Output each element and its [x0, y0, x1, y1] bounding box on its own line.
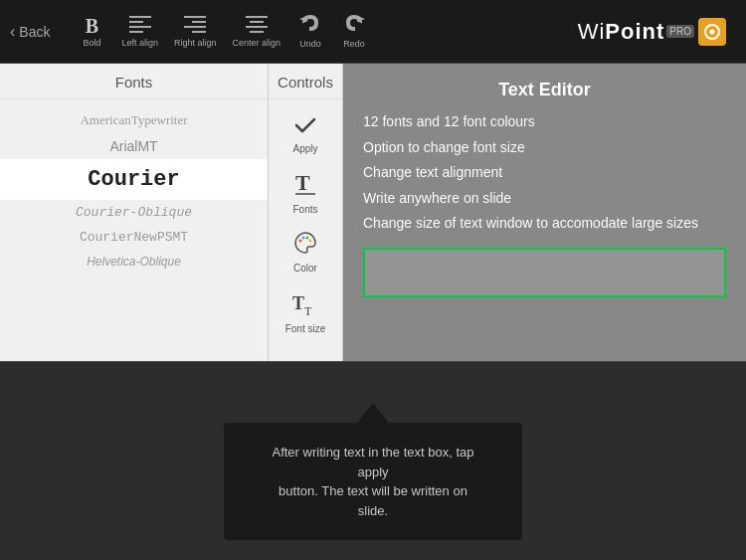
svg-rect-2: [129, 26, 151, 28]
undo-icon: [299, 14, 321, 37]
svg-text:T: T: [292, 293, 304, 313]
tooltip-arrow: [357, 403, 389, 423]
right-align-button[interactable]: Right align: [166, 11, 225, 52]
editor-feature-3: Change text alignment: [363, 163, 726, 183]
bold-button[interactable]: B Bold: [70, 12, 113, 52]
fonts-list: AmericanTypewriter ArialMT Courier Couri…: [0, 99, 268, 361]
svg-rect-7: [192, 31, 206, 33]
svg-rect-3: [129, 31, 143, 33]
undo-button[interactable]: Undo: [288, 10, 332, 53]
font-item-american-typewriter[interactable]: AmericanTypewriter: [0, 107, 268, 133]
center-align-label: Center align: [233, 38, 281, 48]
fonts-panel-header: Fonts: [0, 64, 268, 99]
left-align-icon: [129, 15, 151, 36]
svg-text:T: T: [304, 304, 312, 317]
font-item-courier-oblique[interactable]: Courier-Oblique: [0, 200, 268, 225]
undo-label: Undo: [299, 39, 321, 49]
font-item-courier-new-psmt[interactable]: CourierNewPSMT: [0, 225, 268, 250]
fonts-panel: Fonts AmericanTypewriter ArialMT Courier…: [0, 64, 269, 361]
right-align-icon: [184, 15, 206, 36]
back-chevron-icon: ‹: [10, 23, 15, 41]
apply-label: Apply: [292, 143, 317, 154]
editor-feature-1: 12 fonts and 12 font colours: [363, 112, 726, 132]
svg-rect-0: [129, 16, 151, 18]
back-label: Back: [19, 24, 50, 40]
app-logo: Wi Point PRO: [578, 18, 726, 46]
left-align-button[interactable]: Left align: [113, 11, 166, 52]
redo-icon: [343, 14, 365, 37]
svg-point-21: [309, 240, 312, 243]
font-item-helvetica-oblique[interactable]: Helvetica-Oblique: [0, 250, 268, 274]
logo-point: Point: [605, 19, 664, 45]
editor-feature-4: Write anywhere on slide: [363, 189, 726, 209]
svg-rect-9: [250, 21, 264, 23]
controls-panel: Controls Apply T Fonts: [269, 64, 343, 361]
font-item-arial-mt[interactable]: ArialMT: [0, 133, 268, 159]
svg-point-15: [710, 29, 715, 34]
svg-rect-6: [184, 26, 206, 28]
font-item-courier[interactable]: Courier: [0, 159, 268, 200]
font-size-control[interactable]: T T Font size: [269, 283, 342, 340]
logo-dot: [698, 18, 726, 46]
font-size-icon: T T: [291, 289, 319, 321]
font-size-label: Font size: [285, 323, 326, 334]
svg-rect-1: [129, 21, 143, 23]
svg-rect-5: [192, 21, 206, 23]
editor-title: Text Editor: [363, 80, 726, 100]
svg-rect-11: [250, 31, 264, 33]
editor-feature-5: Change size of text window to accomodate…: [363, 214, 726, 234]
fonts-control-label: Fonts: [292, 204, 317, 215]
controls-panel-header: Controls: [269, 64, 342, 99]
right-align-label: Right align: [174, 38, 217, 48]
bold-label: Bold: [83, 38, 100, 48]
logo-wi: Wi: [578, 19, 606, 45]
toolbar: ‹ Back B Bold Left align Right: [0, 0, 746, 64]
svg-text:T: T: [295, 170, 310, 195]
svg-point-20: [306, 237, 309, 240]
editor-panel: Text Editor 12 fonts and 12 font colours…: [343, 64, 746, 361]
controls-list: Apply T Fonts: [269, 99, 342, 361]
redo-label: Redo: [343, 39, 365, 49]
apply-icon: [293, 113, 317, 141]
svg-rect-8: [246, 16, 268, 18]
redo-button[interactable]: Redo: [332, 10, 376, 53]
apply-control[interactable]: Apply: [269, 107, 342, 160]
back-button[interactable]: ‹ Back: [10, 23, 50, 41]
fonts-control[interactable]: T Fonts: [269, 164, 342, 221]
center-align-icon: [246, 15, 268, 36]
tooltip-box: After writing text in the text box, tap …: [224, 423, 522, 540]
bold-icon: B: [86, 16, 98, 36]
svg-point-18: [299, 240, 302, 243]
tooltip-text: After writing text in the text box, tap …: [272, 445, 473, 518]
bottom-area: After writing text in the text box, tap …: [0, 362, 746, 560]
logo-pro: PRO: [666, 25, 694, 38]
main-area: Fonts AmericanTypewriter ArialMT Courier…: [0, 64, 746, 362]
left-align-label: Left align: [121, 38, 158, 48]
fonts-control-icon: T: [293, 170, 317, 202]
center-align-button[interactable]: Center align: [225, 11, 289, 52]
color-label: Color: [293, 263, 317, 274]
svg-rect-4: [184, 16, 206, 18]
color-icon: [292, 231, 318, 261]
color-control[interactable]: Color: [269, 225, 342, 280]
text-box-preview: [363, 248, 726, 297]
editor-feature-2: Option to change font size: [363, 138, 726, 158]
svg-rect-10: [246, 26, 268, 28]
svg-point-19: [302, 237, 305, 240]
